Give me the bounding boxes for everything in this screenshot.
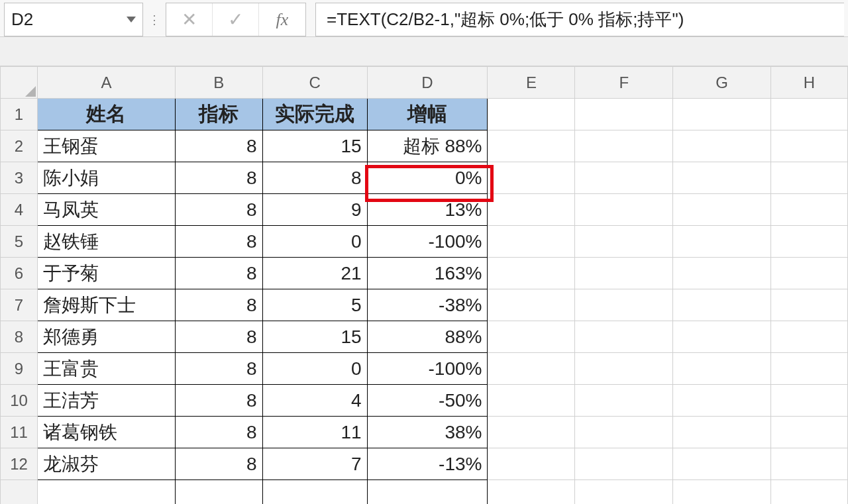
- cell-D3[interactable]: 0%: [367, 162, 488, 194]
- cell-G8[interactable]: [673, 321, 771, 353]
- cell-A13[interactable]: [37, 480, 175, 505]
- cell-G11[interactable]: [673, 417, 771, 448]
- cell-G6[interactable]: [673, 258, 771, 289]
- cell-E4[interactable]: [488, 194, 575, 226]
- cell-E5[interactable]: [488, 226, 575, 258]
- cell-H10[interactable]: [771, 385, 848, 417]
- cell-E12[interactable]: [488, 448, 575, 480]
- cell-D5[interactable]: -100%: [367, 226, 488, 258]
- cell-G7[interactable]: [673, 289, 771, 321]
- cell-E9[interactable]: [488, 353, 575, 385]
- data-header-C[interactable]: 实际完成: [262, 99, 367, 130]
- cell-C3[interactable]: 8: [262, 162, 367, 194]
- cell-G4[interactable]: [673, 194, 771, 226]
- cell-F3[interactable]: [575, 162, 673, 194]
- cell-D7[interactable]: -38%: [367, 289, 488, 321]
- cell-F8[interactable]: [575, 321, 673, 353]
- row-header-13[interactable]: [1, 480, 38, 505]
- cell-D11[interactable]: 38%: [367, 417, 488, 448]
- cell-F13[interactable]: [575, 480, 673, 505]
- cell-H11[interactable]: [771, 417, 848, 448]
- cell-H8[interactable]: [771, 321, 848, 353]
- cancel-formula-button[interactable]: ✕: [166, 3, 213, 36]
- cell-A4[interactable]: 马凤英: [37, 194, 175, 226]
- cell-E6[interactable]: [488, 258, 575, 289]
- cell-H2[interactable]: [771, 130, 848, 162]
- cell-F4[interactable]: [575, 194, 673, 226]
- cell-C7[interactable]: 5: [262, 289, 367, 321]
- formula-input[interactable]: =TEXT(C2/B2-1,"超标 0%;低于 0% 指标;持平"): [315, 3, 844, 36]
- cell-G9[interactable]: [673, 353, 771, 385]
- cell-H6[interactable]: [771, 258, 848, 289]
- cell-G3[interactable]: [673, 162, 771, 194]
- cell-D4[interactable]: 13%: [367, 194, 488, 226]
- cell-H7[interactable]: [771, 289, 848, 321]
- cell-B2[interactable]: 8: [175, 130, 262, 162]
- cell-E10[interactable]: [488, 385, 575, 417]
- name-box[interactable]: D2: [4, 3, 143, 36]
- cell-F7[interactable]: [575, 289, 673, 321]
- cell-C5[interactable]: 0: [262, 226, 367, 258]
- cell-C12[interactable]: 7: [262, 448, 367, 480]
- cell-B7[interactable]: 8: [175, 289, 262, 321]
- cell-G5[interactable]: [673, 226, 771, 258]
- cell-F1[interactable]: [575, 99, 673, 130]
- cell-A11[interactable]: 诸葛钢铁: [37, 417, 175, 448]
- cell-A2[interactable]: 王钢蛋: [37, 130, 175, 162]
- cell-D2[interactable]: 超标 88%: [367, 130, 488, 162]
- cell-C13[interactable]: [262, 480, 367, 505]
- cell-C11[interactable]: 11: [262, 417, 367, 448]
- spreadsheet-grid[interactable]: ABCDEFGH1姓名指标实际完成增幅2王钢蛋815超标 88%3陈小娟880%…: [0, 66, 848, 504]
- cell-B10[interactable]: 8: [175, 385, 262, 417]
- cell-D8[interactable]: 88%: [367, 321, 488, 353]
- row-header-10[interactable]: 10: [1, 385, 38, 417]
- cell-A10[interactable]: 王洁芳: [37, 385, 175, 417]
- row-header-6[interactable]: 6: [1, 258, 38, 289]
- col-header-A[interactable]: A: [37, 67, 175, 99]
- cell-B8[interactable]: 8: [175, 321, 262, 353]
- cell-C9[interactable]: 0: [262, 353, 367, 385]
- vertical-dots-icon[interactable]: ⋮: [143, 3, 166, 36]
- row-header-3[interactable]: 3: [1, 162, 38, 194]
- cell-A12[interactable]: 龙淑芬: [37, 448, 175, 480]
- cell-B5[interactable]: 8: [175, 226, 262, 258]
- row-header-7[interactable]: 7: [1, 289, 38, 321]
- cell-A6[interactable]: 于予菊: [37, 258, 175, 289]
- cell-A9[interactable]: 王富贵: [37, 353, 175, 385]
- cell-A8[interactable]: 郑德勇: [37, 321, 175, 353]
- row-header-9[interactable]: 9: [1, 353, 38, 385]
- cell-G1[interactable]: [673, 99, 771, 130]
- data-header-A[interactable]: 姓名: [37, 99, 175, 130]
- cell-E13[interactable]: [488, 480, 575, 505]
- cell-H1[interactable]: [771, 99, 848, 130]
- col-header-H[interactable]: H: [771, 67, 848, 99]
- cell-G10[interactable]: [673, 385, 771, 417]
- cell-F12[interactable]: [575, 448, 673, 480]
- data-header-B[interactable]: 指标: [175, 99, 262, 130]
- row-header-2[interactable]: 2: [1, 130, 38, 162]
- name-box-dropdown-icon[interactable]: [127, 17, 136, 23]
- cell-F11[interactable]: [575, 417, 673, 448]
- cell-H9[interactable]: [771, 353, 848, 385]
- cell-A7[interactable]: 詹姆斯下士: [37, 289, 175, 321]
- cell-B11[interactable]: 8: [175, 417, 262, 448]
- cell-E3[interactable]: [488, 162, 575, 194]
- col-header-B[interactable]: B: [175, 67, 262, 99]
- col-header-D[interactable]: D: [367, 67, 488, 99]
- cell-E1[interactable]: [488, 99, 575, 130]
- row-header-11[interactable]: 11: [1, 417, 38, 448]
- cell-B6[interactable]: 8: [175, 258, 262, 289]
- select-all-corner[interactable]: [1, 67, 38, 99]
- cell-D9[interactable]: -100%: [367, 353, 488, 385]
- row-header-4[interactable]: 4: [1, 194, 38, 226]
- col-header-G[interactable]: G: [673, 67, 771, 99]
- col-header-F[interactable]: F: [575, 67, 673, 99]
- cell-F10[interactable]: [575, 385, 673, 417]
- cell-G13[interactable]: [673, 480, 771, 505]
- cell-A3[interactable]: 陈小娟: [37, 162, 175, 194]
- cell-F6[interactable]: [575, 258, 673, 289]
- cell-E8[interactable]: [488, 321, 575, 353]
- cell-D10[interactable]: -50%: [367, 385, 488, 417]
- cell-F9[interactable]: [575, 353, 673, 385]
- cell-H5[interactable]: [771, 226, 848, 258]
